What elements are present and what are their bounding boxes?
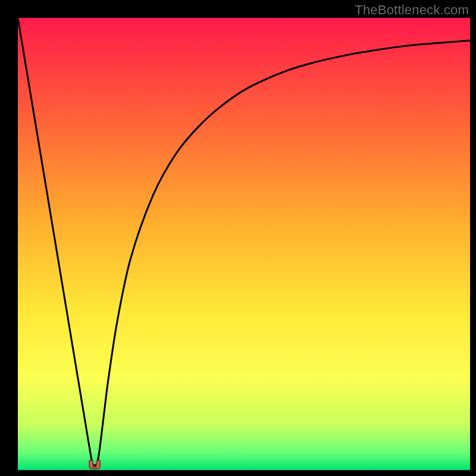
chart-frame: TheBottleneck.com [0, 0, 476, 476]
gradient-background [18, 18, 470, 470]
watermark-text: TheBottleneck.com [355, 2, 469, 18]
curve-chart [0, 0, 476, 476]
